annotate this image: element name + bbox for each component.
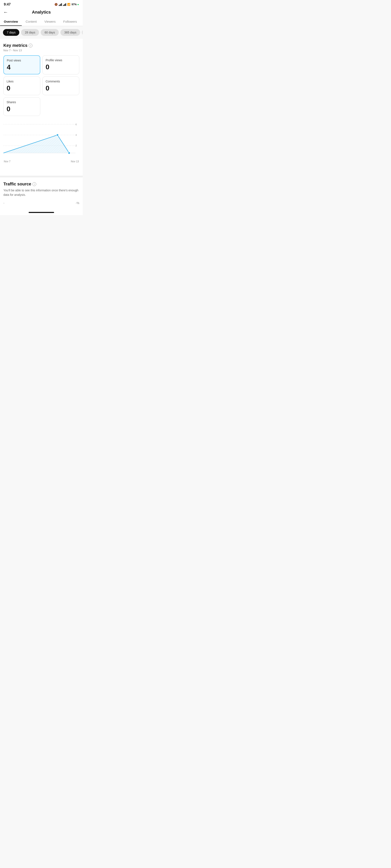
back-button[interactable]: ← [3, 9, 8, 15]
chart-container: 6 4 2 [3, 120, 79, 169]
wifi-icon: 📶 [67, 3, 70, 6]
post-views-value: 4 [7, 64, 37, 70]
tab-content[interactable]: Content [22, 17, 41, 26]
page-title: Analytics [32, 10, 51, 14]
tabs-bar: Overview Content Viewers Followers LIVE [0, 17, 83, 26]
traffic-description: You'll be able to see this information o… [3, 188, 79, 197]
post-views-label: Post views [7, 59, 37, 62]
main-content: Key metrics i Nov 7 - Nov 13 Post views … [0, 39, 83, 176]
signal-icon-2 [63, 3, 66, 6]
svg-point-12 [68, 152, 70, 154]
profile-views-value: 0 [46, 64, 76, 70]
chart-svg: 6 4 2 [3, 120, 79, 158]
svg-text:6: 6 [76, 123, 77, 126]
comments-value: 0 [46, 85, 76, 92]
likes-label: Likes [7, 80, 37, 83]
time-filter-bar: 7 days 28 days 60 days 365 days Cu... [0, 26, 83, 39]
tab-overview[interactable]: Overview [0, 17, 22, 26]
filter-60days[interactable]: 60 days [41, 29, 59, 36]
shares-label: Shares [7, 100, 37, 104]
shares-value: 0 [7, 105, 37, 112]
status-time: 9:47 [4, 3, 10, 6]
traffic-source-section: Traffic source i You'll be able to see t… [0, 177, 83, 210]
mute-icon: 🔕 [55, 3, 58, 6]
traffic-data-row: - -% [3, 200, 79, 206]
filter-custom[interactable]: Cu... [82, 29, 83, 36]
home-indicator [0, 210, 83, 215]
home-bar [29, 212, 54, 213]
filter-28days[interactable]: 28 days [21, 29, 39, 36]
chart-x-labels: Nov 7 Nov 13 [3, 160, 79, 163]
status-icons: 🔕 📶 97% ● [55, 3, 79, 6]
traffic-source-title: Traffic source i [3, 182, 79, 186]
profile-views-label: Profile views [46, 59, 76, 62]
status-bar: 9:47 🔕 📶 97% ● [0, 0, 83, 8]
chart-label-end: Nov 13 [71, 160, 79, 163]
post-views-card[interactable]: Post views 4 [3, 55, 40, 74]
svg-text:4: 4 [76, 134, 77, 136]
section-divider [0, 176, 83, 177]
chart-label-start: Nov 7 [4, 160, 10, 163]
key-metrics-title: Key metrics i [3, 43, 79, 48]
signal-icon-1 [59, 3, 62, 6]
comments-label: Comments [46, 80, 76, 83]
battery-icon: 97% ● [71, 3, 79, 6]
tab-viewers[interactable]: Viewers [40, 17, 59, 26]
tab-followers[interactable]: Followers [59, 17, 81, 26]
shares-card[interactable]: Shares 0 [3, 97, 40, 116]
traffic-left-value: - [3, 201, 4, 205]
info-icon[interactable]: i [29, 44, 32, 48]
metrics-grid: Post views 4 Profile views 0 Likes 0 Com… [3, 55, 79, 95]
filter-365days[interactable]: 365 days [60, 29, 80, 36]
svg-point-11 [56, 134, 59, 136]
likes-card[interactable]: Likes 0 [3, 76, 40, 95]
likes-value: 0 [7, 85, 37, 92]
svg-text:2: 2 [76, 144, 77, 147]
traffic-info-icon[interactable]: i [32, 182, 36, 186]
comments-card[interactable]: Comments 0 [42, 76, 79, 95]
traffic-right-value: -% [76, 201, 79, 205]
filter-7days[interactable]: 7 days [3, 29, 19, 36]
header: ← Analytics [0, 8, 83, 17]
date-range: Nov 7 - Nov 13 [3, 49, 79, 52]
tab-live[interactable]: LIVE [81, 17, 83, 26]
profile-views-card[interactable]: Profile views 0 [42, 55, 79, 74]
